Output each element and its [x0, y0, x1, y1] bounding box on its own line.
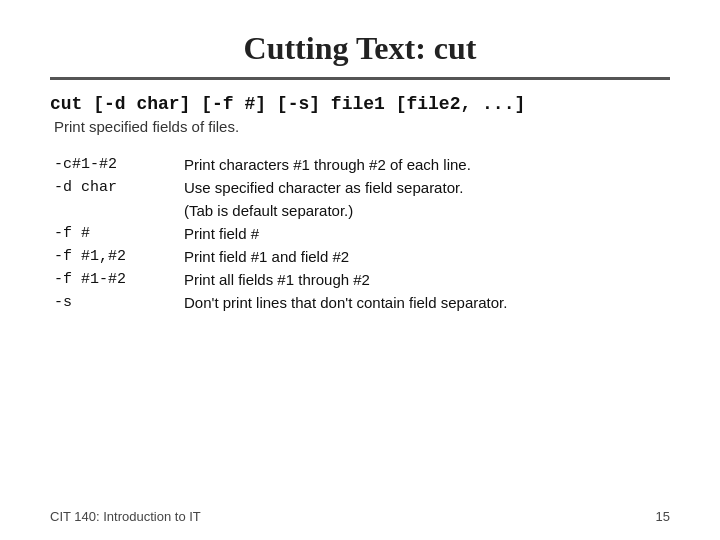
option-flag-1: -d char [54, 176, 184, 199]
option-flag-3: -f # [54, 222, 184, 245]
command-syntax: cut [-d char] [-f #] [-s] file1 [file2, … [50, 94, 670, 114]
option-desc-2: (Tab is default separator.) [184, 199, 670, 222]
divider [50, 77, 670, 80]
option-flag-2 [54, 199, 184, 222]
option-desc-3: Print field # [184, 222, 670, 245]
footer-page: 15 [656, 509, 670, 524]
footer: CIT 140: Introduction to IT 15 [50, 509, 670, 524]
option-desc-4: Print field #1 and field #2 [184, 245, 670, 268]
options-table: -c#1-#2 Print characters #1 through #2 o… [54, 153, 670, 314]
option-flag-5: -f #1-#2 [54, 268, 184, 291]
option-flag-6: -s [54, 291, 184, 314]
footer-course: CIT 140: Introduction to IT [50, 509, 201, 524]
option-flag-0: -c#1-#2 [54, 153, 184, 176]
subtitle: Print specified fields of files. [54, 118, 670, 135]
option-desc-1: Use specified character as field separat… [184, 176, 670, 199]
slide: Cutting Text: cut cut [-d char] [-f #] [… [0, 0, 720, 540]
option-desc-0: Print characters #1 through #2 of each l… [184, 153, 670, 176]
slide-title: Cutting Text: cut [50, 30, 670, 67]
option-desc-5: Print all fields #1 through #2 [184, 268, 670, 291]
option-flag-4: -f #1,#2 [54, 245, 184, 268]
option-desc-6: Don't print lines that don't contain fie… [184, 291, 670, 314]
